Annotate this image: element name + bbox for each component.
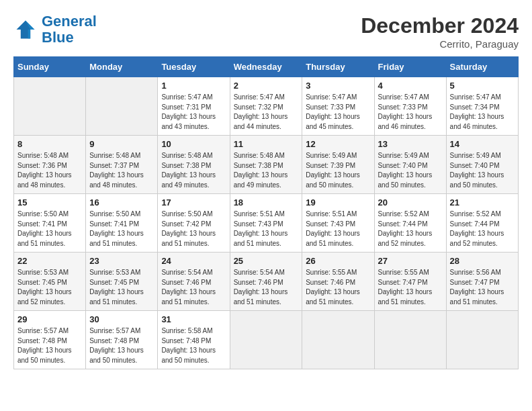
day-info: Sunrise: 5:55 AMSunset: 7:46 PMDaylight:…: [306, 268, 370, 307]
day-info: Sunrise: 5:47 AMSunset: 7:33 PMDaylight:…: [378, 93, 443, 132]
weekday-header: Saturday: [446, 57, 518, 77]
title-area: December 2024 Cerrito, Paraguay: [361, 13, 519, 50]
day-number: 31: [161, 314, 226, 324]
day-info: Sunrise: 5:52 AMSunset: 7:44 PMDaylight:…: [378, 210, 443, 248]
calendar-cell: 18Sunrise: 5:51 AMSunset: 7:43 PMDayligh…: [230, 194, 302, 253]
day-number: 10: [161, 139, 226, 149]
calendar-cell: [230, 311, 302, 369]
day-info: Sunrise: 5:52 AMSunset: 7:44 PMDaylight:…: [450, 210, 515, 248]
day-info: Sunrise: 5:48 AMSunset: 7:38 PMDaylight:…: [234, 151, 299, 190]
calendar-cell: 31Sunrise: 5:58 AMSunset: 7:48 PMDayligh…: [158, 311, 230, 369]
calendar-week-row: 22Sunrise: 5:53 AMSunset: 7:45 PMDayligh…: [14, 253, 519, 311]
day-info: Sunrise: 5:54 AMSunset: 7:46 PMDaylight:…: [161, 268, 226, 307]
month-title: December 2024: [361, 13, 519, 38]
day-info: Sunrise: 5:50 AMSunset: 7:42 PMDaylight:…: [161, 210, 226, 248]
calendar-cell: 16Sunrise: 5:50 AMSunset: 7:41 PMDayligh…: [86, 194, 158, 253]
calendar-week-row: 29Sunrise: 5:57 AMSunset: 7:48 PMDayligh…: [14, 311, 519, 369]
day-number: 28: [450, 256, 515, 266]
day-number: 20: [378, 197, 443, 208]
day-info: Sunrise: 5:53 AMSunset: 7:45 PMDaylight:…: [89, 268, 154, 307]
day-number: 12: [306, 139, 370, 149]
calendar-cell: 30Sunrise: 5:57 AMSunset: 7:48 PMDayligh…: [86, 311, 158, 369]
logo-blue: Blue: [42, 29, 74, 46]
weekday-header: Tuesday: [158, 57, 230, 77]
day-number: 24: [161, 256, 226, 266]
day-number: 16: [89, 197, 154, 208]
calendar-cell: 22Sunrise: 5:53 AMSunset: 7:45 PMDayligh…: [14, 253, 86, 311]
calendar-week-row: 1Sunrise: 5:47 AMSunset: 7:31 PMDaylight…: [14, 77, 519, 136]
day-number: 11: [234, 139, 299, 149]
calendar-cell: 9Sunrise: 5:48 AMSunset: 7:37 PMDaylight…: [86, 136, 158, 194]
day-number: 26: [306, 256, 370, 266]
day-number: 14: [450, 139, 515, 149]
day-number: 29: [17, 314, 82, 324]
calendar-cell: 10Sunrise: 5:48 AMSunset: 7:38 PMDayligh…: [158, 136, 230, 194]
calendar-cell: 17Sunrise: 5:50 AMSunset: 7:42 PMDayligh…: [158, 194, 230, 253]
day-info: Sunrise: 5:48 AMSunset: 7:38 PMDaylight:…: [161, 151, 226, 190]
day-number: 18: [234, 197, 299, 208]
day-number: 17: [161, 197, 226, 208]
day-info: Sunrise: 5:50 AMSunset: 7:41 PMDaylight:…: [89, 210, 154, 248]
calendar-cell: 29Sunrise: 5:57 AMSunset: 7:48 PMDayligh…: [14, 311, 86, 369]
calendar-cell: [14, 77, 86, 136]
day-info: Sunrise: 5:53 AMSunset: 7:45 PMDaylight:…: [17, 268, 82, 307]
calendar-cell: 27Sunrise: 5:55 AMSunset: 7:47 PMDayligh…: [374, 253, 446, 311]
day-info: Sunrise: 5:57 AMSunset: 7:48 PMDaylight:…: [17, 326, 82, 365]
day-number: 8: [17, 139, 82, 149]
day-number: 15: [17, 197, 82, 208]
calendar-cell: 4Sunrise: 5:47 AMSunset: 7:33 PMDaylight…: [374, 77, 446, 136]
day-info: Sunrise: 5:57 AMSunset: 7:48 PMDaylight:…: [89, 326, 154, 365]
weekday-header: Monday: [86, 57, 158, 77]
day-info: Sunrise: 5:47 AMSunset: 7:31 PMDaylight:…: [161, 93, 226, 132]
day-number: 30: [89, 314, 154, 324]
day-number: 22: [17, 256, 82, 266]
logo-general: General: [42, 13, 97, 30]
logo: General Blue: [13, 13, 97, 46]
day-number: 25: [234, 256, 299, 266]
calendar-cell: 20Sunrise: 5:52 AMSunset: 7:44 PMDayligh…: [374, 194, 446, 253]
day-info: Sunrise: 5:51 AMSunset: 7:43 PMDaylight:…: [306, 210, 370, 248]
day-number: 23: [89, 256, 154, 266]
calendar-cell: [86, 77, 158, 136]
weekday-header: Thursday: [302, 57, 374, 77]
calendar-cell: 3Sunrise: 5:47 AMSunset: 7:33 PMDaylight…: [302, 77, 374, 136]
day-number: 5: [450, 81, 515, 91]
day-number: 9: [89, 139, 154, 149]
calendar-cell: 19Sunrise: 5:51 AMSunset: 7:43 PMDayligh…: [302, 194, 374, 253]
day-number: 2: [234, 81, 299, 91]
calendar-cell: 2Sunrise: 5:47 AMSunset: 7:32 PMDaylight…: [230, 77, 302, 136]
calendar-cell: 21Sunrise: 5:52 AMSunset: 7:44 PMDayligh…: [446, 194, 518, 253]
day-info: Sunrise: 5:58 AMSunset: 7:48 PMDaylight:…: [161, 326, 226, 365]
calendar-cell: [446, 311, 518, 369]
day-info: Sunrise: 5:49 AMSunset: 7:40 PMDaylight:…: [378, 151, 443, 190]
calendar-cell: 14Sunrise: 5:49 AMSunset: 7:40 PMDayligh…: [446, 136, 518, 194]
calendar-table: SundayMondayTuesdayWednesdayThursdayFrid…: [13, 56, 519, 369]
day-info: Sunrise: 5:51 AMSunset: 7:43 PMDaylight:…: [234, 210, 299, 248]
calendar-cell: 1Sunrise: 5:47 AMSunset: 7:31 PMDaylight…: [158, 77, 230, 136]
calendar-cell: 25Sunrise: 5:54 AMSunset: 7:46 PMDayligh…: [230, 253, 302, 311]
day-number: 3: [306, 81, 370, 91]
calendar-cell: 11Sunrise: 5:48 AMSunset: 7:38 PMDayligh…: [230, 136, 302, 194]
weekday-header-row: SundayMondayTuesdayWednesdayThursdayFrid…: [14, 57, 519, 77]
calendar-cell: 24Sunrise: 5:54 AMSunset: 7:46 PMDayligh…: [158, 253, 230, 311]
calendar-cell: [302, 311, 374, 369]
day-info: Sunrise: 5:54 AMSunset: 7:46 PMDaylight:…: [234, 268, 299, 307]
day-info: Sunrise: 5:49 AMSunset: 7:39 PMDaylight:…: [306, 151, 370, 190]
weekday-header: Wednesday: [230, 57, 302, 77]
location-subtitle: Cerrito, Paraguay: [361, 38, 519, 50]
day-number: 1: [161, 81, 226, 91]
day-number: 4: [378, 81, 443, 91]
weekday-header: Sunday: [14, 57, 86, 77]
calendar-cell: 12Sunrise: 5:49 AMSunset: 7:39 PMDayligh…: [302, 136, 374, 194]
calendar-cell: 28Sunrise: 5:56 AMSunset: 7:47 PMDayligh…: [446, 253, 518, 311]
calendar-cell: [374, 311, 446, 369]
calendar-cell: 8Sunrise: 5:48 AMSunset: 7:36 PMDaylight…: [14, 136, 86, 194]
day-info: Sunrise: 5:49 AMSunset: 7:40 PMDaylight:…: [450, 151, 515, 190]
logo-icon: [13, 17, 38, 42]
day-info: Sunrise: 5:55 AMSunset: 7:47 PMDaylight:…: [378, 268, 443, 307]
day-info: Sunrise: 5:48 AMSunset: 7:37 PMDaylight:…: [89, 151, 154, 190]
day-info: Sunrise: 5:48 AMSunset: 7:36 PMDaylight:…: [17, 151, 82, 190]
calendar-cell: 15Sunrise: 5:50 AMSunset: 7:41 PMDayligh…: [14, 194, 86, 253]
day-info: Sunrise: 5:47 AMSunset: 7:34 PMDaylight:…: [450, 93, 515, 132]
calendar-cell: 26Sunrise: 5:55 AMSunset: 7:46 PMDayligh…: [302, 253, 374, 311]
